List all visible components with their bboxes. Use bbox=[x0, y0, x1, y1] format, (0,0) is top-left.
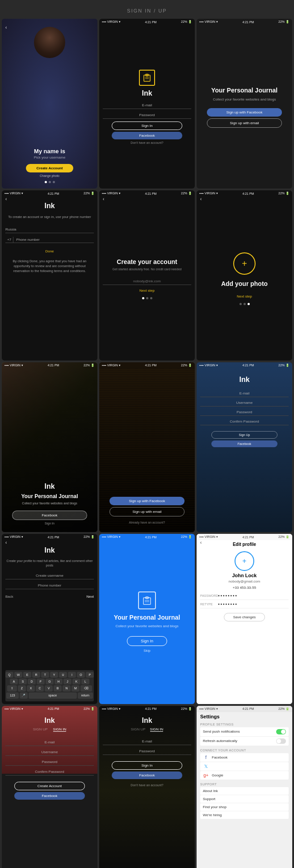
change-photo-button[interactable]: Change photo bbox=[40, 174, 59, 177]
key-y[interactable]: Y bbox=[50, 672, 58, 678]
email-field-2[interactable]: E-mail bbox=[103, 102, 191, 109]
app-name-9: Ink bbox=[239, 376, 249, 384]
email-input-5[interactable] bbox=[103, 278, 191, 285]
key-i[interactable]: I bbox=[68, 672, 76, 678]
facebook-btn-13[interactable]: Facebook bbox=[14, 792, 85, 800]
key-b[interactable]: B bbox=[54, 685, 62, 692]
email-field-14[interactable]: E-mail bbox=[103, 738, 191, 745]
key-g[interactable]: G bbox=[46, 679, 54, 684]
back-button-10[interactable]: ‹ bbox=[5, 540, 7, 545]
confirm-field-13[interactable]: Confirm Password bbox=[5, 768, 94, 776]
back-button-5[interactable]: ‹ bbox=[103, 197, 104, 201]
key-t[interactable]: T bbox=[41, 672, 49, 678]
key-f[interactable]: F bbox=[37, 679, 45, 684]
key-del[interactable]: ⌫ bbox=[80, 685, 92, 692]
confirm-password-field-9[interactable]: Confirm Password bbox=[200, 418, 289, 425]
phone-number-field[interactable]: Phone number bbox=[16, 238, 94, 242]
signin-button-7[interactable]: Sign In bbox=[45, 522, 55, 525]
done-button-4[interactable]: Done bbox=[45, 249, 54, 253]
key-j[interactable]: J bbox=[63, 679, 71, 684]
create-account-button[interactable]: Create Account bbox=[26, 164, 74, 172]
key-m[interactable]: M bbox=[71, 685, 80, 692]
hiring-row[interactable]: We're hiring bbox=[200, 811, 289, 819]
password-field-2[interactable]: Password bbox=[103, 112, 191, 119]
username-field-9[interactable]: Username bbox=[200, 399, 289, 407]
next-button-5[interactable]: Next step bbox=[139, 289, 155, 293]
tab-signup-14[interactable]: SIGN UP bbox=[131, 727, 146, 732]
back-nav-button-10[interactable]: Back bbox=[5, 595, 13, 599]
footer-link-14[interactable]: Don't have an account? bbox=[130, 784, 163, 787]
key-l[interactable]: L bbox=[81, 679, 89, 684]
signup-email-button-8[interactable]: Sign up with email bbox=[109, 507, 185, 516]
key-v[interactable]: V bbox=[45, 685, 53, 692]
key-p[interactable]: P bbox=[86, 672, 94, 678]
key-z[interactable]: Z bbox=[18, 685, 26, 692]
key-w[interactable]: W bbox=[14, 672, 22, 678]
avatar-circle-12[interactable]: + bbox=[235, 551, 254, 571]
toggle-on-1[interactable] bbox=[276, 729, 286, 734]
phone-field-10[interactable]: Phone number bbox=[5, 582, 94, 589]
key-k[interactable]: K bbox=[72, 679, 80, 684]
facebook-button-2[interactable]: Facebook bbox=[112, 132, 182, 139]
key-x[interactable]: X bbox=[27, 685, 35, 692]
username-field-13[interactable]: Username bbox=[5, 749, 94, 756]
country-field[interactable]: Russia bbox=[5, 226, 94, 233]
signup-button-9[interactable]: Sign Up bbox=[211, 431, 278, 439]
signup-fb-button-3[interactable]: Sign up with Facebook bbox=[207, 108, 282, 117]
signin-btn-14[interactable]: Sign In bbox=[112, 761, 182, 770]
back-button-4[interactable]: ‹ bbox=[5, 197, 7, 201]
password-field-9[interactable]: Password bbox=[200, 409, 289, 416]
next-button-6[interactable]: Next step bbox=[237, 294, 252, 298]
footer-link-8[interactable]: Already have an account? bbox=[129, 521, 165, 524]
create-account-btn-13[interactable]: Create Account bbox=[14, 782, 85, 790]
facebook-button-9[interactable]: Facebook bbox=[211, 440, 278, 447]
facebook-button-7[interactable]: Facebook bbox=[12, 511, 87, 520]
key-e[interactable]: E bbox=[23, 672, 31, 678]
key-s[interactable]: S bbox=[19, 679, 27, 684]
password-field-13[interactable]: Password bbox=[5, 759, 94, 766]
key-a[interactable]: A bbox=[10, 679, 18, 684]
key-mic[interactable]: 🎤 bbox=[20, 692, 28, 699]
retype-dots-12[interactable]: •••••••• bbox=[218, 602, 238, 607]
key-shift[interactable]: ⇧ bbox=[7, 685, 17, 692]
signup-email-button-3[interactable]: Sign up with email bbox=[207, 118, 282, 128]
screen3-headline: Your Personal Journal bbox=[211, 86, 277, 94]
key-u[interactable]: U bbox=[59, 672, 67, 678]
signup-fb-button-8[interactable]: Sign up with Facebook bbox=[109, 497, 185, 505]
key-123[interactable]: 123 bbox=[6, 692, 19, 699]
email-field-9[interactable]: E-mail bbox=[200, 390, 289, 397]
facebook-btn-14[interactable]: Facebook bbox=[112, 772, 182, 779]
next-nav-button-10[interactable]: Next bbox=[87, 595, 94, 599]
twitter-connect-row[interactable]: 𝕏 bbox=[200, 762, 289, 771]
email-field-13[interactable]: E-mail bbox=[5, 739, 94, 746]
key-d[interactable]: D bbox=[28, 679, 36, 684]
key-r[interactable]: R bbox=[32, 672, 40, 678]
toggle-off-1[interactable] bbox=[276, 738, 286, 744]
key-h[interactable]: H bbox=[55, 679, 63, 684]
key-o[interactable]: O bbox=[77, 672, 85, 678]
find-shop-row[interactable]: Find your shop bbox=[200, 803, 289, 811]
tab-signup-13[interactable]: SIGN UP bbox=[33, 727, 48, 732]
key-space[interactable]: space bbox=[29, 692, 77, 699]
footer-link-2[interactable]: Don't have an account? bbox=[130, 141, 163, 144]
facebook-connect-row[interactable]: f Facebook bbox=[200, 753, 289, 762]
password-dots-12[interactable]: •••••••• bbox=[218, 593, 238, 598]
signin-button-11[interactable]: Sign In bbox=[127, 636, 167, 646]
about-ink-row[interactable]: About Ink bbox=[200, 787, 289, 795]
key-n[interactable]: N bbox=[63, 685, 71, 692]
skip-button-11[interactable]: Skip bbox=[143, 649, 151, 653]
add-photo-circle[interactable]: + bbox=[233, 252, 256, 275]
back-button-12[interactable]: ‹ bbox=[200, 540, 202, 545]
save-button-12[interactable]: Save changes bbox=[224, 613, 265, 621]
key-return[interactable]: return bbox=[78, 692, 93, 699]
password-field-14[interactable]: Password bbox=[103, 748, 191, 755]
key-q[interactable]: Q bbox=[5, 672, 13, 678]
tab-signin-13[interactable]: SIGN IN bbox=[53, 727, 67, 732]
tab-signin-14[interactable]: SIGN IN bbox=[150, 727, 164, 732]
google-connect-row[interactable]: g+ Google bbox=[200, 771, 289, 780]
signin-button-2[interactable]: Sign In bbox=[112, 122, 182, 130]
username-field-10[interactable]: Create username bbox=[5, 572, 94, 579]
support-row[interactable]: Support bbox=[200, 795, 289, 803]
key-c[interactable]: C bbox=[36, 685, 44, 692]
back-button-6[interactable]: ‹ bbox=[200, 197, 202, 201]
